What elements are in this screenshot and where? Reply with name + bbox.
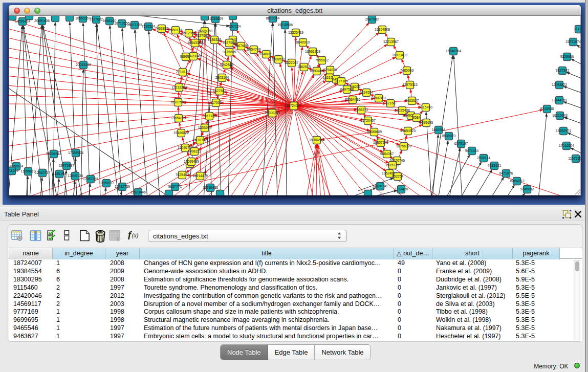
network-node[interactable]: 10756928 <box>396 143 411 150</box>
network-node[interactable]: 19975887 <box>59 162 74 170</box>
citation-edge[interactable] <box>449 148 460 195</box>
network-node[interactable]: 9794028 <box>323 67 337 74</box>
scrollbar-thumb[interactable] <box>575 261 579 271</box>
network-node[interactable]: 8186328 <box>208 36 222 44</box>
table-row[interactable]: 969969511998Structural magnetic resonanc… <box>9 316 582 324</box>
network-node[interactable]: 10653267 <box>75 16 91 23</box>
network-node[interactable]: 19384554 <box>309 137 324 144</box>
network-node[interactable]: 62160 <box>386 100 396 107</box>
network-node[interactable]: 19654925 <box>171 115 186 122</box>
network-node[interactable]: 9245052 <box>520 186 534 193</box>
network-node[interactable]: 13325419 <box>288 29 303 37</box>
citation-edge[interactable] <box>96 24 100 196</box>
citation-edge[interactable] <box>122 28 134 196</box>
table-settings-icon[interactable] <box>11 230 23 244</box>
table-row[interactable]: 911546021997Tourette syndrome. Phenomeno… <box>9 284 582 292</box>
citation-edge[interactable] <box>431 55 453 195</box>
close-panel-icon[interactable] <box>574 210 582 218</box>
network-node[interactable]: 7986372 <box>355 106 368 114</box>
column-header-short[interactable]: short <box>432 248 513 259</box>
column-header-year[interactable]: year <box>105 248 140 259</box>
table-vertical-scrollbar[interactable] <box>574 260 580 340</box>
citation-edge[interactable] <box>317 145 321 196</box>
citation-edge[interactable] <box>9 106 294 132</box>
citation-edge[interactable] <box>454 56 463 196</box>
network-node[interactable]: 1527602 <box>90 16 103 24</box>
network-node[interactable]: 15751074 <box>565 38 581 46</box>
citation-edge[interactable] <box>206 106 294 195</box>
app-frame-right[interactable] <box>585 0 588 372</box>
network-node[interactable]: 11124 <box>574 26 581 33</box>
network-node[interactable]: 8660124 <box>169 27 183 34</box>
network-node[interactable]: 16033809 <box>208 16 223 23</box>
network-canvas[interactable]: 1405572420691406106532671527602646616010… <box>9 16 581 195</box>
citation-edge[interactable] <box>564 117 581 124</box>
network-node[interactable]: 11923446 <box>130 189 146 196</box>
citation-edge[interactable] <box>70 22 77 196</box>
tab-edge-table[interactable]: Edge Table <box>268 345 315 360</box>
function-builder-icon[interactable]: f(x) <box>128 230 140 242</box>
citation-edge[interactable] <box>568 133 581 140</box>
citation-edge[interactable] <box>9 48 294 106</box>
citation-edge[interactable] <box>567 72 581 79</box>
select-all-icon[interactable] <box>47 230 57 243</box>
citation-network-graph[interactable]: 1405572420691406106532671527602646616010… <box>9 16 581 195</box>
network-node[interactable]: 12942737 <box>35 169 50 177</box>
citation-edge[interactable] <box>316 145 317 196</box>
network-node[interactable]: 9474444 <box>465 147 479 155</box>
network-node[interactable]: 7485063 <box>400 67 414 75</box>
citation-edge[interactable] <box>312 145 316 196</box>
network-node[interactable]: 16648764 <box>446 48 461 55</box>
citation-edge[interactable] <box>474 169 492 195</box>
network-window-titlebar[interactable]: citations_edges.txt <box>9 5 581 16</box>
citation-edge[interactable] <box>292 68 294 106</box>
network-node[interactable]: 17957255 <box>83 176 98 183</box>
table-row[interactable]: 977716911998Corpus callosum shape and si… <box>9 308 582 316</box>
window-resize-grip[interactable] <box>573 188 580 195</box>
network-node[interactable]: 14136141 <box>373 183 388 190</box>
citation-edge[interactable] <box>294 106 350 195</box>
network-node[interactable]: 3875685 <box>223 49 236 56</box>
citation-edge[interactable] <box>490 177 504 195</box>
memory-ok-indicator[interactable] <box>574 363 580 368</box>
network-node[interactable]: 8427552 <box>213 87 227 95</box>
citation-edge[interactable] <box>83 23 90 196</box>
network-node[interactable]: 12213967 <box>383 38 399 46</box>
select-column-icon[interactable] <box>30 230 41 244</box>
network-node[interactable] <box>216 190 224 196</box>
network-node[interactable]: 8990448 <box>310 68 324 75</box>
network-node[interactable]: 8813054 <box>266 16 280 23</box>
table-row[interactable]: 1830029562008Estimation of significance … <box>9 276 582 284</box>
citation-edge[interactable] <box>432 135 438 196</box>
network-node[interactable]: 7955812 <box>315 57 329 64</box>
network-node[interactable]: 15692971 <box>556 127 571 135</box>
network-node[interactable] <box>364 190 372 196</box>
network-node[interactable]: 2935114 <box>477 155 490 162</box>
network-node[interactable]: 1353594 <box>198 124 212 132</box>
table-row[interactable]: 1872400712008Changes of HCN gene express… <box>9 259 582 268</box>
network-node[interactable] <box>52 16 59 22</box>
delete-icon[interactable] <box>95 230 106 245</box>
network-node[interactable]: 15716485 <box>203 184 218 192</box>
citation-edge[interactable] <box>438 140 448 195</box>
network-node[interactable]: 10654112 <box>509 178 525 185</box>
network-node[interactable]: 8640910 <box>296 39 310 47</box>
float-panel-icon[interactable] <box>562 210 572 219</box>
network-node[interactable]: 7632621 <box>488 162 502 170</box>
network-node[interactable]: 8322037 <box>285 59 299 67</box>
network-node[interactable]: 8215938 <box>540 105 554 113</box>
network-node[interactable]: 6379197 <box>454 140 468 148</box>
network-node[interactable]: 3624554 <box>360 89 374 97</box>
new-file-icon[interactable] <box>79 230 90 244</box>
network-node[interactable]: 9115460 <box>419 104 432 112</box>
column-header-title[interactable]: title <box>140 248 394 259</box>
tab-network-table[interactable]: Network Table <box>315 345 370 360</box>
citation-edge[interactable] <box>571 59 581 65</box>
network-node[interactable]: 12975115 <box>402 81 418 89</box>
citation-edge[interactable] <box>53 23 55 196</box>
citation-edge[interactable] <box>110 26 122 196</box>
network-node[interactable]: 20364436 <box>345 96 360 104</box>
citation-edge[interactable] <box>577 45 581 51</box>
network-node[interactable]: 12093822 <box>552 81 567 89</box>
citation-edge[interactable] <box>538 114 547 196</box>
